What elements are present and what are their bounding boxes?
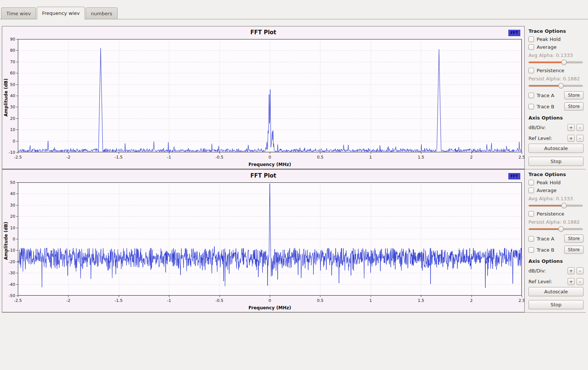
trace-b-checkbox[interactable]: [528, 247, 534, 253]
ref-level-minus-button[interactable]: -: [576, 278, 584, 285]
trace-a-store-button[interactable]: Store: [564, 235, 584, 243]
svg-text:-40: -40: [9, 282, 15, 287]
slider-handle[interactable]: [561, 60, 567, 65]
ref-level-plus-button[interactable]: +: [568, 278, 575, 285]
stop-button[interactable]: Stop: [528, 300, 584, 309]
persist-alpha-slider[interactable]: [528, 83, 583, 88]
persistence-label: Persistence: [537, 68, 564, 73]
svg-text:70: 70: [10, 60, 15, 64]
svg-text:-10: -10: [9, 150, 15, 155]
trace-b-label: Trace B: [537, 104, 555, 109]
slider-fill: [529, 85, 561, 86]
trace-b-store-button[interactable]: Store: [564, 102, 584, 111]
fft-legend-badge[interactable]: FFT: [508, 173, 520, 179]
svg-text:40: 40: [10, 191, 15, 196]
fft-plotbox-1: -2.5-2-1.5-1-0.500.511.522.5908070605040…: [2, 26, 525, 169]
peak-hold-checkbox[interactable]: Peak Hold: [528, 180, 584, 185]
db-div-row: dB/Div: + -: [528, 267, 584, 274]
average-checkbox[interactable]: Average: [528, 188, 584, 193]
db-div-plus-button[interactable]: +: [568, 124, 575, 131]
trace-a-row: Trace A Store: [528, 235, 584, 243]
ref-level-plus-button[interactable]: +: [568, 135, 575, 142]
autoscale-button[interactable]: Autoscale: [528, 287, 584, 296]
slider-handle[interactable]: [561, 203, 567, 208]
slider-handle[interactable]: [558, 83, 564, 89]
svg-text:-50: -50: [9, 293, 15, 298]
persistence-checkbox[interactable]: Persistence: [528, 68, 584, 73]
svg-text:0.5: 0.5: [317, 155, 324, 160]
peak-hold-checkbox[interactable]: Peak Hold: [528, 36, 584, 42]
average-label: Average: [537, 188, 556, 193]
svg-text:40: 40: [10, 93, 15, 98]
svg-text:1.5: 1.5: [418, 155, 424, 160]
svg-text:-1: -1: [167, 155, 171, 160]
db-div-minus-button[interactable]: -: [576, 124, 584, 131]
svg-text:20: 20: [10, 214, 15, 219]
svg-text:-0.5: -0.5: [215, 155, 223, 160]
trace-a-checkbox[interactable]: [528, 236, 534, 242]
control-panel-1: Trace Options Peak Hold Average Avg Alph…: [525, 26, 586, 169]
stop-button[interactable]: Stop: [528, 157, 584, 166]
fft-plot-canvas-1[interactable]: -2.5-2-1.5-1-0.500.511.522.5908070605040…: [2, 26, 524, 169]
svg-text:-2: -2: [66, 298, 70, 303]
svg-text:0: 0: [269, 298, 271, 303]
y-axis-label: Amplitude (dB): [3, 222, 9, 260]
svg-text:2.5: 2.5: [518, 298, 524, 303]
slider-track[interactable]: [528, 228, 583, 230]
trace-b-checkbox[interactable]: [528, 104, 534, 109]
trace-b-label: Trace B: [537, 247, 555, 253]
checkbox-box[interactable]: [528, 36, 534, 42]
svg-text:-10: -10: [9, 248, 15, 253]
trace-b-row: Trace B Store: [528, 102, 584, 111]
slider-track[interactable]: [528, 205, 583, 207]
checkbox-box[interactable]: [528, 180, 534, 185]
y-axis-label: Amplitude (dB): [3, 79, 9, 117]
tab-time-wiev[interactable]: Time wiev: [1, 7, 36, 19]
trace-a-checkbox[interactable]: [528, 93, 534, 98]
average-checkbox[interactable]: Average: [528, 44, 584, 50]
average-label: Average: [537, 44, 556, 50]
ref-level-row: Ref Level: + -: [528, 135, 584, 142]
axis-options-header: Axis Options: [528, 115, 584, 121]
svg-text:1: 1: [369, 155, 372, 160]
svg-text:-1: -1: [167, 298, 171, 303]
ref-level-row: Ref Level: + -: [528, 278, 584, 285]
persist-alpha-label: Persist Alpha: 0.1882: [528, 76, 584, 82]
plot-title: FFT Plot: [2, 172, 524, 179]
svg-text:30: 30: [10, 105, 15, 109]
avg-alpha-slider[interactable]: [528, 203, 583, 208]
checkbox-box[interactable]: [528, 188, 534, 193]
svg-text:-2.5: -2.5: [14, 298, 22, 303]
peak-hold-label: Peak Hold: [537, 36, 561, 42]
autoscale-button[interactable]: Autoscale: [528, 144, 584, 153]
persist-alpha-slider[interactable]: [528, 226, 583, 232]
checkbox-box[interactable]: [528, 44, 534, 50]
control-panel-2: Trace Options Peak Hold Average Avg Alph…: [525, 169, 586, 312]
fft-plot-canvas-2[interactable]: -2.5-2-1.5-1-0.500.511.522.550403020100-…: [2, 170, 524, 312]
avg-alpha-slider[interactable]: [528, 60, 583, 65]
db-div-row: dB/Div: + -: [528, 124, 584, 131]
fft-panel-2: -2.5-2-1.5-1-0.500.511.522.550403020100-…: [2, 169, 586, 313]
slider-track[interactable]: [528, 85, 583, 87]
tab-bar: Time wiev Frequency wiev numbers: [0, 0, 588, 19]
ref-level-minus-button[interactable]: -: [576, 135, 584, 142]
trace-b-store-button[interactable]: Store: [564, 246, 584, 254]
db-div-plus-button[interactable]: +: [568, 267, 575, 274]
slider-fill: [529, 229, 561, 230]
persistence-checkbox[interactable]: Persistence: [528, 211, 584, 217]
avg-alpha-label: Avg Alpha: 0.1333: [528, 196, 584, 201]
checkbox-box[interactable]: [528, 68, 534, 73]
persistence-label: Persistence: [537, 211, 564, 217]
tab-numbers[interactable]: numbers: [86, 7, 118, 19]
trace-a-store-button[interactable]: Store: [564, 91, 584, 99]
checkbox-box[interactable]: [528, 211, 534, 217]
slider-track[interactable]: [528, 61, 583, 63]
slider-handle[interactable]: [558, 226, 564, 232]
db-div-minus-button[interactable]: -: [576, 267, 584, 274]
tab-frequency-wiev[interactable]: Frequency wiev: [37, 7, 85, 19]
svg-text:-2: -2: [66, 155, 70, 160]
svg-text:-20: -20: [9, 259, 15, 264]
fft-legend-badge[interactable]: FFT: [508, 30, 520, 36]
avg-alpha-label: Avg Alpha: 0.1333: [528, 52, 584, 58]
slider-fill: [529, 62, 564, 63]
